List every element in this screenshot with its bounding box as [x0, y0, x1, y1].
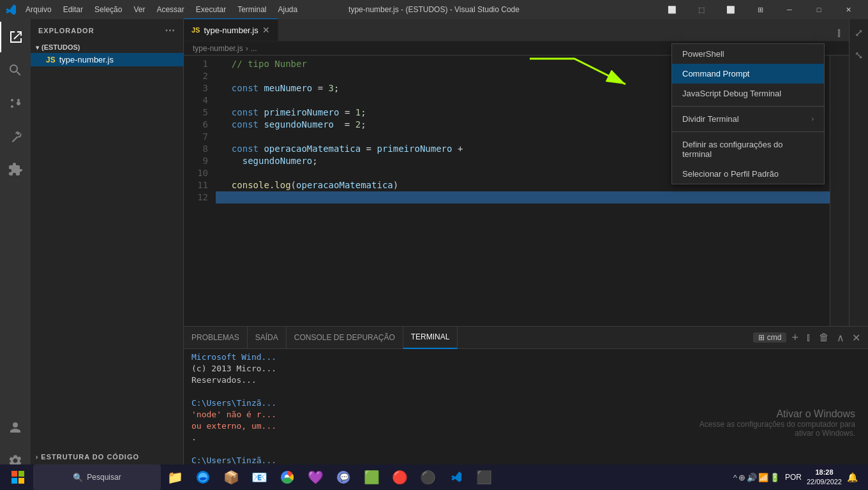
layout-icon-2[interactable]: ⬚ — [687, 0, 716, 19]
menu-powershell[interactable]: PowerShell — [672, 44, 824, 64]
maximize-button[interactable]: □ — [804, 0, 834, 19]
activity-debug[interactable] — [0, 121, 31, 152]
layout-icon-1[interactable]: ⬜ — [657, 0, 687, 19]
activity-extensions[interactable] — [0, 154, 31, 185]
menu-ver[interactable]: Ver — [128, 4, 150, 15]
taskbar-app4[interactable]: ⚫ — [414, 464, 442, 490]
taskbar-time[interactable]: 18:28 22/09/2022 — [807, 468, 842, 487]
taskbar-app3[interactable]: 🔴 — [385, 464, 414, 490]
titlebar-left: Arquivo Editar Seleção Ver Acessar Execu… — [5, 4, 303, 15]
sidebar-estudos-section[interactable]: ▾ (ESTUDOS) — [31, 41, 183, 53]
titlebar-title: type-number.js - (ESTUDOS) - Visual Stud… — [348, 5, 520, 14]
taskbar-file-explorer[interactable]: 📁 — [161, 464, 189, 490]
activity-source-control[interactable] — [0, 88, 31, 119]
menu-selecao[interactable]: Seleção — [89, 4, 127, 15]
terminal-split-button[interactable]: ⫿ — [804, 332, 814, 343]
menu-command-prompt[interactable]: Command Prompt — [672, 64, 824, 84]
taskbar-start-button[interactable] — [3, 464, 33, 490]
titlebar-controls: ⬜ ⬚ ⬜ ⊞ ─ □ ✕ — [657, 0, 863, 19]
menu-acessar[interactable]: Acessar — [151, 4, 189, 15]
activity-explorer[interactable] — [0, 22, 31, 52]
menu-selecionar-perfil[interactable]: Selecionar o Perfil Padrão — [672, 164, 824, 184]
terminal-panel: PROBLEMAS SAÍDA CONSOLE DE DEPURAÇÃO TER… — [184, 326, 868, 476]
menu-ajuda[interactable]: Ajuda — [273, 4, 303, 15]
menu-definir-config[interactable]: Definir as configurações do terminal — [672, 135, 824, 164]
tabbar: JS type-number.js ✕ ⫿ ⋯ — [184, 19, 868, 41]
terminal-shell-icon: ⊞ — [758, 333, 765, 342]
panel-tab-problems[interactable]: PROBLEMAS — [184, 327, 248, 349]
watermark-line1: Ativar o Windows — [700, 408, 855, 420]
tray-icon-2[interactable]: ⊕ — [738, 473, 745, 482]
menu-sep-2 — [672, 131, 824, 132]
tray-icon-3[interactable]: 🔊 — [747, 473, 757, 482]
tray-icons: ^ ⊕ 🔊 📶 🔋 — [733, 473, 780, 482]
breadcrumb-path: ... — [251, 44, 257, 53]
tray-icon-5[interactable]: 🔋 — [770, 473, 780, 482]
split-editor-icon[interactable]: ⫿ — [834, 25, 845, 41]
tray-icon-1[interactable]: ^ — [733, 473, 737, 482]
tab-js-icon: JS — [191, 26, 200, 34]
panel-tab-output[interactable]: SAÍDA — [248, 327, 287, 349]
activity-search[interactable] — [0, 55, 31, 85]
notifications-icon[interactable]: 🔔 — [844, 472, 860, 482]
estrutura-arrow-icon: › — [36, 454, 38, 461]
watermark-line2: Acesse as configurações do computador pa… — [700, 420, 855, 429]
svg-rect-4 — [19, 478, 24, 484]
taskbar-discord[interactable]: 💬 — [329, 464, 357, 490]
menu-definir-label: Definir as configurações do terminal — [682, 140, 814, 159]
menu-terminal[interactable]: Terminal — [232, 4, 271, 15]
term-line-4 — [191, 386, 860, 397]
taskbar-mail[interactable]: 📧 — [245, 464, 273, 490]
terminal-add-button[interactable]: + — [789, 331, 801, 345]
menu-dividir-terminal[interactable]: Dividir Terminal › — [672, 109, 824, 129]
code-line-12 — [216, 191, 830, 204]
layout-icon-3[interactable]: ⬜ — [716, 0, 745, 19]
menu-powershell-label: PowerShell — [682, 49, 724, 59]
sidebar-more-button[interactable]: ⋯ — [165, 24, 176, 36]
close-button[interactable]: ✕ — [834, 0, 863, 19]
taskbar-clock: 18:28 — [807, 468, 842, 477]
layout-icon-4[interactable]: ⊞ — [745, 0, 775, 19]
menu-executar[interactable]: Executar — [191, 4, 231, 15]
sidebar-header: EXPLORADOR ⋯ — [31, 19, 183, 41]
taskbar-chrome[interactable] — [273, 464, 301, 490]
taskbar-vscode[interactable] — [442, 464, 470, 490]
taskbar-edge[interactable] — [189, 464, 217, 490]
taskbar-date: 22/09/2022 — [807, 477, 842, 487]
js-file-icon: JS — [46, 56, 56, 64]
menu-command-prompt-label: Command Prompt — [682, 69, 749, 78]
panel-right-icon-2[interactable]: ⤡ — [852, 47, 865, 64]
sidebar-file-type-number[interactable]: JS type-number.js — [31, 53, 183, 66]
activitybar — [0, 19, 31, 476]
section-arrow-icon: ▾ — [36, 44, 39, 51]
sidebar-estrutura[interactable]: › ESTRUTURA DO CÓDIGO — [31, 450, 183, 463]
panel-chevron-icon[interactable]: ∧ — [834, 332, 847, 344]
taskbar-right: ^ ⊕ 🔊 📶 🔋 POR 18:28 22/09/2022 🔔 — [733, 468, 865, 487]
term-line-5: C:\Users\Tinzã... — [191, 397, 860, 409]
taskbar-search[interactable]: 🔍 Pesquisar — [33, 464, 161, 490]
tab-close-button[interactable]: ✕ — [262, 25, 270, 35]
taskbar-store[interactable]: 📦 — [217, 464, 245, 490]
sidebar: EXPLORADOR ⋯ ▾ (ESTUDOS) JS type-number.… — [31, 19, 184, 476]
menu-js-debug-terminal[interactable]: JavaScript Debug Terminal — [672, 84, 824, 103]
terminal-trash-button[interactable]: 🗑 — [816, 332, 832, 343]
activity-accounts[interactable] — [0, 412, 31, 443]
minimize-button[interactable]: ─ — [775, 0, 804, 19]
panel-tab-terminal[interactable]: TERMINAL — [403, 327, 458, 349]
panel-tab-debug[interactable]: CONSOLE DE DEPURAÇÃO — [287, 327, 403, 349]
sidebar-estudos-label: (ESTUDOS) — [41, 43, 80, 51]
taskbar-app5[interactable]: ⬛ — [470, 464, 498, 490]
tab-type-number[interactable]: JS type-number.js ✕ — [184, 19, 278, 41]
terminal-instance-button[interactable]: ⊞ cmd — [753, 332, 787, 343]
tray-icon-4[interactable]: 📶 — [758, 473, 768, 482]
menu-selecionar-label: Selecionar o Perfil Padrão — [682, 169, 779, 179]
taskbar-app2[interactable]: 🟩 — [357, 464, 385, 490]
taskbar-app1[interactable]: 💜 — [301, 464, 329, 490]
svg-rect-2 — [19, 471, 24, 477]
menu-arquivo[interactable]: Arquivo — [20, 4, 57, 15]
term-line-1: Microsoft Wind... — [191, 352, 860, 363]
panel-close-icon[interactable]: ✕ — [849, 332, 863, 344]
menu-editar[interactable]: Editar — [58, 4, 88, 15]
panel-header: PROBLEMAS SAÍDA CONSOLE DE DEPURAÇÃO TER… — [184, 327, 868, 349]
panel-right-icon-1[interactable]: ⤢ — [852, 24, 865, 41]
